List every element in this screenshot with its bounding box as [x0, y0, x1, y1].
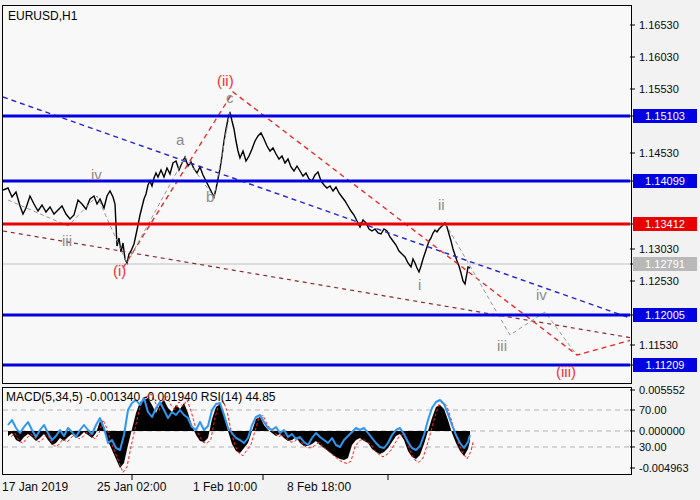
indicator-axis-label: 0.000000 — [639, 425, 685, 437]
chart-overlay — [0, 0, 700, 500]
price-line-series — [3, 112, 470, 284]
indicator-axis-label: -0.004963 — [639, 462, 689, 474]
time-axis-label: 25 Jan 02:00 — [97, 480, 166, 494]
wave-label-iv: iv — [536, 286, 547, 303]
price-axis-label: 1.13030 — [639, 243, 679, 255]
indicator-axis-label: 70.00 — [639, 404, 667, 416]
indicator-axis-label: 0.005552 — [639, 384, 685, 396]
price-axis-label: 1.11530 — [639, 339, 678, 351]
wave-label-a: a — [176, 131, 184, 148]
wave-label-iii: iii — [62, 232, 72, 249]
price-axis-label: 1.16030 — [639, 51, 679, 63]
indicator-values-label: MACD(5,34,5) -0.001340 -0.001940 RSI(14)… — [6, 390, 276, 404]
price-badge-1.12791: 1.12791 — [633, 257, 697, 271]
symbol-timeframe-title: EURUSD,H1 — [8, 9, 77, 23]
price-axis-label: 1.14530 — [639, 147, 679, 159]
wave-label-(ii): (ii) — [217, 72, 234, 89]
time-axis-label: 1 Feb 10:00 — [193, 480, 257, 494]
wave-label-(i): (i) — [113, 262, 126, 279]
wave-path-gray-right — [445, 223, 576, 354]
wave-label-b: b — [206, 188, 214, 205]
price-badge-1.15103: 1.15103 — [633, 109, 697, 123]
price-axis-label: 1.12530 — [639, 275, 679, 287]
wave-label-ii: ii — [438, 196, 445, 213]
wave-label-i: i — [418, 276, 421, 293]
price-axis-label: 1.15530 — [639, 83, 679, 95]
price-badge-1.11209: 1.11209 — [633, 358, 697, 372]
price-badge-1.14099: 1.14099 — [633, 174, 697, 188]
chart-window: EURUSD,H1 MACD(5,34,5) -0.001340 -0.0019… — [0, 0, 700, 500]
price-axis-label: 1.16530 — [639, 19, 679, 31]
indicator-axis-label: 30.00 — [639, 441, 667, 453]
price-badge-1.13412: 1.13412 — [633, 217, 697, 231]
price-badge-1.12005: 1.12005 — [633, 308, 697, 322]
time-axis-label: 8 Feb 18:00 — [287, 480, 351, 494]
wave-label-iii: iii — [497, 337, 507, 354]
wave-label-iv: iv — [91, 166, 102, 183]
time-axis-label: 17 Jan 2019 — [2, 480, 68, 494]
descending-channel-blue — [3, 97, 630, 318]
wave-label-(iii): (iii) — [556, 363, 576, 380]
support-line-maroon — [3, 231, 697, 349]
wave-label-c: c — [226, 89, 234, 106]
